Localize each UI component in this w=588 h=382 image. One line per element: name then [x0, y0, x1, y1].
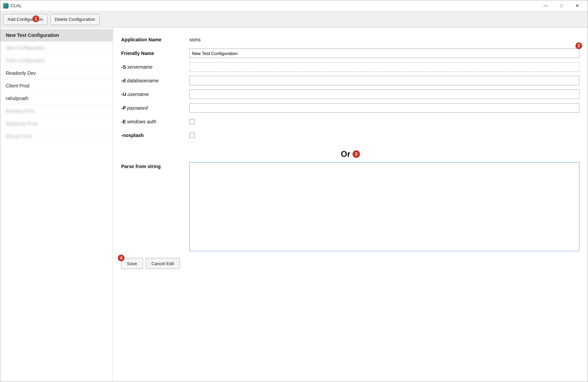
user-label: -U username: [121, 92, 189, 97]
winauth-label: -E windows auth: [121, 119, 189, 124]
pass-label: -P password: [121, 105, 189, 111]
parse-row: Parse from string: [121, 162, 579, 251]
or-divider: Or 3: [121, 149, 579, 159]
title-bar: CLAL — □ ✕: [0, 0, 588, 11]
badge-3: 3: [353, 150, 360, 158]
sidebar-item-2[interactable]: New Configuration: [0, 42, 113, 54]
bottom-buttons: 4 Save Cancel Edit: [121, 258, 579, 269]
sidebar-item-readonly-dev[interactable]: Readonly Dev: [0, 67, 113, 80]
nosplash-label: -nosplash: [121, 133, 189, 138]
close-button[interactable]: ✕: [569, 0, 585, 11]
maximize-button[interactable]: □: [554, 0, 569, 11]
app-name-label: Application Name: [121, 37, 189, 42]
nosplash-row: -nosplash: [121, 130, 579, 140]
sidebar-item-8[interactable]: Readonly Prod: [0, 118, 113, 130]
pass-input[interactable]: [189, 103, 579, 113]
sidebar: New Test Configuration New Configuration…: [0, 28, 113, 382]
cancel-edit-button[interactable]: Cancel Edit: [146, 258, 180, 269]
friendly-name-wrapper: 2: [189, 49, 579, 58]
sidebar-item-client-prod[interactable]: Client Prod: [0, 80, 113, 92]
title-bar-left: CLAL: [3, 3, 22, 9]
main-window: CLAL — □ ✕ 1 Add Configuration Delete Co…: [0, 0, 588, 382]
toolbar: 1 Add Configuration Delete Configuration: [0, 11, 588, 28]
friendly-name-input[interactable]: [189, 49, 579, 58]
badge-4: 4: [118, 255, 125, 261]
add-config-wrapper: 1 Add Configuration: [3, 14, 47, 25]
nosplash-checkbox[interactable]: [189, 133, 195, 138]
delete-configuration-button[interactable]: Delete Configuration: [50, 14, 100, 25]
user-input[interactable]: [189, 90, 579, 99]
server-row: -S servername: [121, 62, 579, 72]
add-configuration-button[interactable]: Add Configuration: [3, 14, 47, 25]
user-row: -U username: [121, 89, 579, 99]
save-button[interactable]: Save: [121, 258, 143, 269]
sidebar-item-9[interactable]: Blouse Prod: [0, 130, 113, 143]
friendly-name-label: Friendly Name: [121, 51, 189, 56]
winauth-row: -E windows auth: [121, 117, 579, 127]
parse-textarea[interactable]: [189, 162, 579, 251]
app-icon: [3, 3, 9, 9]
sidebar-item-new-test[interactable]: New Test Configuration: [0, 29, 113, 42]
minimize-button[interactable]: —: [538, 0, 554, 11]
parse-label: Parse from string: [121, 162, 189, 169]
db-row: -d databasename: [121, 76, 579, 86]
window-title: CLAL: [11, 3, 22, 8]
badge-2: 2: [575, 42, 582, 49]
save-btn-wrapper: 4 Save: [121, 258, 143, 269]
db-input[interactable]: [189, 76, 579, 85]
form-panel: Application Name ssms Friendly Name 2 -S…: [113, 28, 588, 382]
sidebar-item-3[interactable]: First Configuration: [0, 54, 113, 67]
server-label: -S servername: [121, 64, 189, 70]
app-name-row: Application Name ssms: [121, 35, 579, 45]
server-input[interactable]: [189, 62, 579, 72]
app-name-value: ssms: [189, 37, 201, 42]
main-content: New Test Configuration New Configuration…: [0, 28, 588, 382]
title-controls: — □ ✕: [538, 0, 585, 11]
badge-1: 1: [32, 15, 39, 22]
friendly-name-row: Friendly Name 2: [121, 48, 579, 58]
sidebar-item-rahulpnath[interactable]: rahulpnath: [0, 92, 113, 105]
db-label: -d databasename: [121, 78, 189, 83]
pass-row: -P password: [121, 103, 579, 113]
sidebar-item-7[interactable]: Booking Prod: [0, 105, 113, 118]
winauth-checkbox[interactable]: [189, 119, 195, 124]
